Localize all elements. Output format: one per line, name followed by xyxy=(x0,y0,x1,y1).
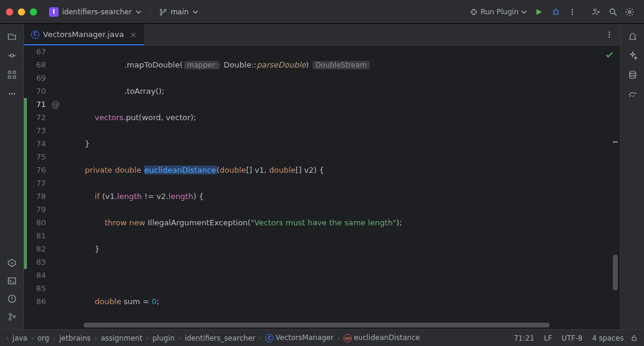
run-config-label: Run Plugin xyxy=(480,8,519,16)
svg-point-21 xyxy=(609,33,610,35)
chevron-right-icon: › xyxy=(257,334,263,342)
svg-point-2 xyxy=(572,11,573,12)
chevron-down-icon xyxy=(136,9,142,15)
svg-rect-10 xyxy=(8,76,11,78)
minimize-window[interactable] xyxy=(18,8,25,16)
breadcrumb-item[interactable]: java xyxy=(11,333,29,344)
run-button[interactable] xyxy=(530,4,547,20)
code-editor[interactable]: 67686970 71727374 75767778 79808182 8384… xyxy=(24,45,620,322)
svg-rect-8 xyxy=(8,71,11,74)
editor-more-button[interactable] xyxy=(599,24,620,45)
breadcrumb-item[interactable]: jetbrains xyxy=(58,333,92,344)
vcs-tool-button[interactable] xyxy=(3,308,21,326)
breadcrumb-item[interactable]: assignment xyxy=(100,333,144,344)
svg-point-19 xyxy=(13,316,16,318)
parameter-hint: mapper: xyxy=(184,61,220,69)
scrollbar-horizontal[interactable] xyxy=(84,322,620,328)
ai-assistant-button[interactable] xyxy=(624,47,642,65)
readonly-toggle[interactable] xyxy=(628,334,639,342)
branch-name: main xyxy=(171,8,189,16)
svg-point-22 xyxy=(609,36,610,37)
breadcrumb-item[interactable]: plugin xyxy=(151,333,176,344)
right-tool-strip xyxy=(620,24,644,329)
titlebar: I identifiers-searcher main Run Plugin xyxy=(0,0,644,24)
branch-icon xyxy=(159,8,167,16)
svg-point-6 xyxy=(628,11,631,13)
git-branch-selector[interactable]: main xyxy=(155,6,202,18)
svg-point-13 xyxy=(11,93,12,94)
svg-point-20 xyxy=(609,31,610,32)
override-marker-icon[interactable]: @ xyxy=(51,98,60,111)
svg-point-1 xyxy=(572,8,573,10)
project-name: identifiers-searcher xyxy=(62,8,132,16)
fullscreen-window[interactable] xyxy=(30,8,37,16)
chevron-right-icon: › xyxy=(336,334,341,342)
svg-rect-9 xyxy=(13,71,16,74)
svg-point-4 xyxy=(594,9,596,11)
code-content[interactable]: .mapToDouble(mapper: Double::parseDouble… xyxy=(63,45,620,322)
left-tool-strip xyxy=(0,24,24,329)
method-icon: m xyxy=(344,334,352,342)
chevron-down-icon xyxy=(521,9,527,15)
more-actions-button[interactable] xyxy=(564,4,581,20)
project-selector[interactable]: I identifiers-searcher xyxy=(45,6,145,18)
gradle-button[interactable] xyxy=(624,85,642,103)
scrollbar-vertical[interactable] xyxy=(613,51,618,304)
svg-point-17 xyxy=(9,313,11,316)
terminal-tool-button[interactable] xyxy=(3,272,21,290)
svg-rect-11 xyxy=(13,76,16,78)
close-tab-button[interactable]: × xyxy=(130,30,137,39)
breadcrumb-class[interactable]: CVectorsManager xyxy=(264,332,335,344)
settings-button[interactable] xyxy=(621,4,638,20)
project-tool-button[interactable] xyxy=(3,27,21,45)
code-with-me-button[interactable] xyxy=(588,4,605,20)
project-badge: I xyxy=(49,7,59,17)
status-bar: › java › org › jetbrains › assignment › … xyxy=(0,329,644,346)
search-button[interactable] xyxy=(605,4,621,20)
svg-rect-24 xyxy=(632,338,636,341)
chevron-right-icon: › xyxy=(30,334,35,342)
chevron-right-icon: › xyxy=(51,334,57,342)
chevron-right-icon: › xyxy=(93,334,99,342)
chevron-right-icon: › xyxy=(177,334,182,342)
editor-area: C VectorsManager.java × 67686970 7172737… xyxy=(24,24,620,329)
more-tool-button[interactable] xyxy=(3,85,21,103)
tab-label: VectorsManager.java xyxy=(43,30,124,39)
class-icon: C xyxy=(265,334,274,342)
return-type-hint: DoubleStream xyxy=(312,61,370,69)
chevron-down-icon xyxy=(192,9,198,15)
svg-point-3 xyxy=(572,13,573,14)
separator xyxy=(150,6,151,18)
breadcrumb-method[interactable]: meuclideanDistance xyxy=(342,332,421,344)
run-config-selector[interactable]: Run Plugin xyxy=(466,6,530,18)
tab-vectorsmanager[interactable]: C VectorsManager.java × xyxy=(24,24,144,45)
structure-tool-button[interactable] xyxy=(3,66,21,84)
caret-position[interactable]: 71:21 xyxy=(509,334,539,342)
indent-setting[interactable]: 4 spaces xyxy=(587,334,628,342)
commit-tool-button[interactable] xyxy=(3,47,21,65)
line-separator[interactable]: LF xyxy=(539,334,557,342)
file-encoding[interactable]: UTF-8 xyxy=(557,334,587,342)
line-numbers: 67686970 71727374 75767778 79808182 8384… xyxy=(27,45,51,322)
close-window[interactable] xyxy=(6,8,13,16)
svg-point-18 xyxy=(9,318,11,320)
notifications-button[interactable] xyxy=(624,27,642,45)
chevron-right-icon: › xyxy=(5,334,10,342)
problems-tool-button[interactable] xyxy=(3,290,21,308)
svg-point-7 xyxy=(10,54,13,57)
services-tool-button[interactable] xyxy=(3,254,21,272)
breadcrumb-item[interactable]: org xyxy=(36,333,51,344)
plugin-icon xyxy=(470,8,478,16)
svg-point-14 xyxy=(13,93,14,94)
database-button[interactable] xyxy=(624,66,642,84)
svg-point-5 xyxy=(610,9,615,14)
svg-rect-15 xyxy=(8,278,16,284)
class-icon: C xyxy=(31,30,39,39)
debug-button[interactable] xyxy=(547,4,564,20)
gutter-annotations: @ xyxy=(51,45,63,322)
breadcrumb-item[interactable]: identifiers_searcher xyxy=(183,333,256,344)
chevron-right-icon: › xyxy=(145,334,150,342)
svg-point-0 xyxy=(553,10,558,15)
breadcrumbs[interactable]: › java › org › jetbrains › assignment › … xyxy=(5,332,509,344)
svg-point-12 xyxy=(8,93,10,94)
